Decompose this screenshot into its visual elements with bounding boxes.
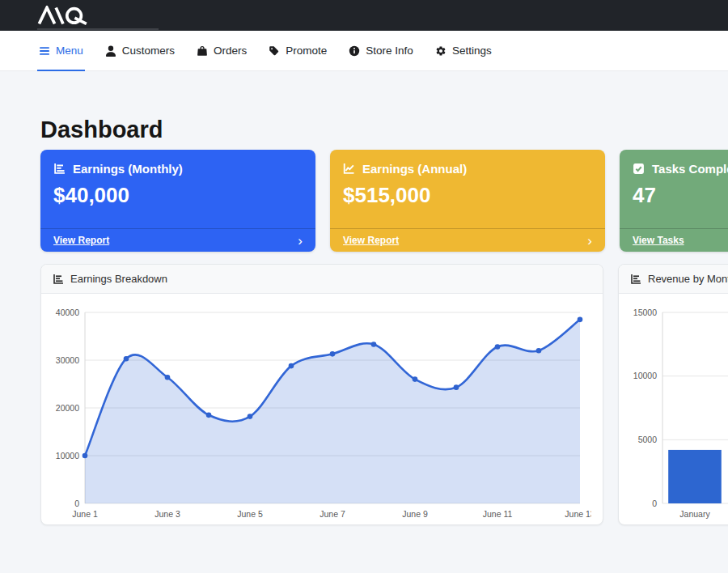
stat-card-header: Earnings (Monthly) [40, 150, 315, 176]
svg-text:20000: 20000 [56, 403, 79, 413]
stat-card-earnings-monthly: Earnings (Monthly) $40,000 View Report › [40, 150, 315, 252]
svg-text:June 3: June 3 [154, 509, 180, 519]
nav-item-settings[interactable]: Settings [435, 31, 492, 70]
view-tasks-link[interactable]: View Tasks › [620, 228, 728, 252]
person-icon [105, 45, 116, 57]
view-report-link[interactable]: View Report › [40, 228, 315, 252]
stat-card-tasks-completed: Tasks Completed 47 View Tasks › [620, 150, 728, 252]
line-chart-icon [343, 163, 355, 175]
svg-text:June 7: June 7 [320, 509, 345, 519]
svg-text:15000: 15000 [633, 308, 657, 317]
svg-text:June 9: June 9 [402, 509, 428, 519]
nav-item-orders[interactable]: Orders [197, 31, 247, 70]
earnings-breakdown-card: Earnings Breakdown 010000200003000040000… [40, 264, 603, 525]
stat-card-title: Earnings (Monthly) [73, 162, 183, 176]
check-square-icon [633, 163, 645, 175]
logo [37, 6, 102, 25]
svg-text:30000: 30000 [56, 355, 79, 365]
charts-row: Earnings Breakdown 010000200003000040000… [40, 264, 728, 525]
info-circle-icon [349, 45, 360, 57]
stat-card-value: $515,000 [330, 176, 605, 228]
view-report-label: View Report [53, 235, 109, 246]
view-report-label: View Report [343, 235, 399, 246]
svg-text:5000: 5000 [638, 435, 658, 444]
svg-text:June 1: June 1 [72, 509, 98, 519]
svg-text:10000: 10000 [56, 451, 79, 461]
nav-item-label: Customers [122, 45, 175, 57]
revenue-by-month-chart: 050001000015000January [625, 301, 728, 524]
stat-card-earnings-annual: Earnings (Annual) $515,000 View Report › [330, 150, 605, 252]
nav-item-label: Menu [56, 45, 83, 57]
horizontal-bar-chart-icon [53, 274, 64, 285]
earnings-breakdown-chart: 010000200003000040000June 1June 3June 5J… [48, 301, 591, 524]
stat-card-value: $40,000 [40, 176, 315, 228]
stat-card-header: Tasks Completed [620, 150, 728, 176]
main-nav: Menu Customers Orders Promote Store Info… [0, 31, 728, 71]
logo-underline [37, 28, 159, 30]
stat-card-title: Tasks Completed [652, 162, 728, 176]
svg-text:40000: 40000 [56, 308, 79, 317]
nav-item-label: Settings [452, 45, 492, 57]
chart-title: Revenue by Month [648, 273, 728, 285]
nav-item-store-info[interactable]: Store Info [349, 31, 413, 70]
chart-body: 010000200003000040000June 1June 3June 5J… [41, 294, 603, 525]
stat-card-value: 47 [620, 176, 728, 228]
stat-cards-row: Earnings (Monthly) $40,000 View Report ›… [40, 150, 728, 252]
chart-card-header: Revenue by Month [619, 265, 728, 294]
chart-card-header: Earnings Breakdown [41, 265, 603, 294]
hamburger-icon [39, 45, 50, 57]
view-tasks-label: View Tasks [633, 235, 684, 246]
svg-text:10000: 10000 [633, 371, 657, 380]
svg-text:June 13: June 13 [565, 509, 591, 519]
svg-text:January: January [679, 509, 710, 519]
stat-card-header: Earnings (Annual) [330, 150, 605, 176]
nav-item-label: Promote [286, 45, 327, 57]
page-title: Dashboard [40, 117, 728, 143]
topbar [0, 0, 728, 31]
svg-text:0: 0 [74, 499, 79, 508]
horizontal-bar-chart-icon [53, 163, 66, 175]
chevron-right-icon: › [298, 234, 303, 248]
horizontal-bar-chart-icon [630, 274, 641, 285]
nav-item-label: Orders [214, 45, 247, 57]
svg-text:June 5: June 5 [237, 509, 263, 519]
stat-card-title: Earnings (Annual) [362, 162, 467, 176]
nav-item-label: Store Info [366, 45, 413, 57]
main-content: Dashboard Earnings (Monthly) $40,000 Vie… [0, 117, 728, 525]
tag-icon [269, 45, 280, 57]
nav-item-promote[interactable]: Promote [269, 31, 327, 70]
chart-title: Earnings Breakdown [70, 273, 167, 285]
nav-item-menu[interactable]: Menu [39, 31, 83, 70]
svg-text:June 11: June 11 [483, 509, 513, 519]
view-report-link[interactable]: View Report › [330, 228, 605, 252]
chevron-right-icon: › [587, 234, 592, 248]
revenue-by-month-card: Revenue by Month 050001000015000January [618, 264, 728, 525]
svg-text:0: 0 [652, 499, 657, 508]
chart-body: 050001000015000January [619, 294, 728, 525]
gear-icon [435, 45, 447, 57]
shopping-bag-icon [197, 45, 208, 57]
nav-item-customers[interactable]: Customers [105, 31, 175, 70]
